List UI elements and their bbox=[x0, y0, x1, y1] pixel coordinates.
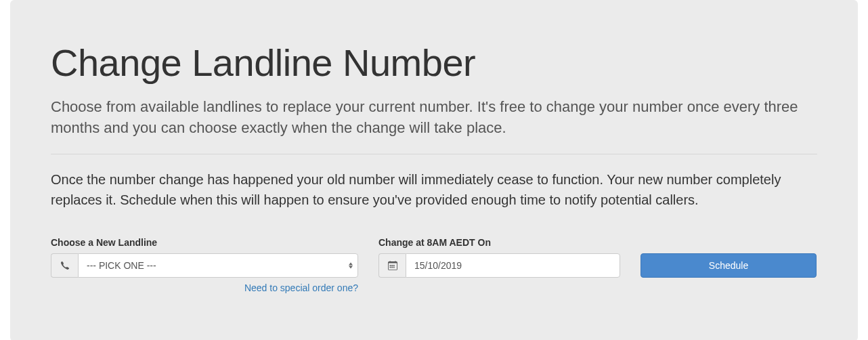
date-input[interactable] bbox=[406, 253, 620, 278]
landline-select-wrapper: --- PICK ONE --- bbox=[78, 253, 358, 278]
body-text: Once the number change has happened your… bbox=[51, 169, 817, 210]
help-link-wrapper: Need to special order one? bbox=[51, 282, 358, 294]
date-label: Change at 8AM AEDT On bbox=[378, 237, 620, 248]
special-order-link[interactable]: Need to special order one? bbox=[244, 282, 358, 293]
calendar-icon bbox=[378, 253, 406, 278]
action-column: Schedule bbox=[641, 237, 817, 278]
landline-column: Choose a New Landline --- PICK ONE --- N… bbox=[51, 237, 358, 294]
schedule-button[interactable]: Schedule bbox=[641, 253, 817, 278]
form-row: Choose a New Landline --- PICK ONE --- N… bbox=[51, 237, 817, 294]
page-title: Change Landline Number bbox=[51, 41, 817, 85]
landline-input-group: --- PICK ONE --- bbox=[51, 253, 358, 278]
lead-text: Choose from available landlines to repla… bbox=[51, 97, 817, 139]
date-input-group bbox=[378, 253, 620, 278]
landline-select[interactable]: --- PICK ONE --- bbox=[78, 253, 358, 278]
landline-label: Choose a New Landline bbox=[51, 237, 358, 248]
divider bbox=[51, 154, 817, 154]
change-landline-panel: Change Landline Number Choose from avail… bbox=[10, 0, 858, 340]
phone-icon bbox=[51, 253, 78, 278]
date-column: Change at 8AM AEDT On bbox=[378, 237, 620, 278]
